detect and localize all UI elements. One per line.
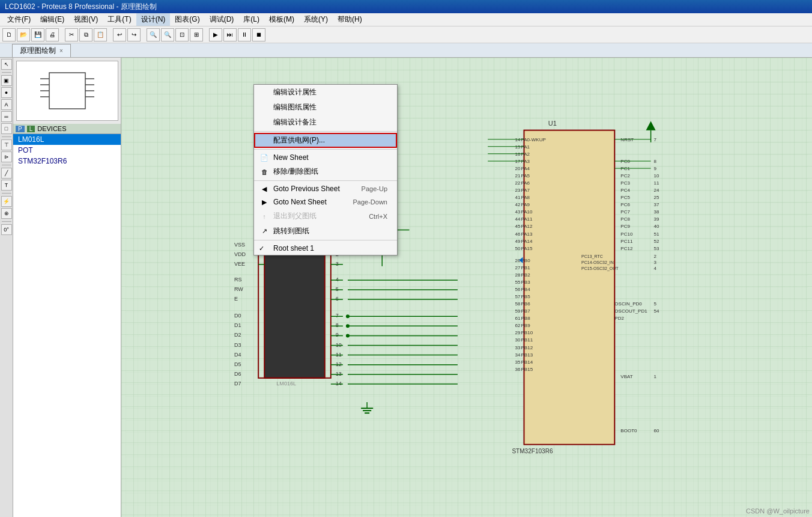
- menu-jump-to-sheet[interactable]: ↗ 跳转到图纸: [254, 224, 397, 239]
- tool-angle[interactable]: 0°: [1, 224, 12, 235]
- tb-print[interactable]: 🖨: [46, 28, 59, 41]
- tool-component[interactable]: ▣: [1, 75, 12, 86]
- menu-view[interactable]: 视图(V): [69, 13, 103, 26]
- menu-remove-sheet[interactable]: 🗑 移除/删除图纸: [254, 164, 397, 179]
- menu-debug[interactable]: 调试(D): [205, 13, 239, 26]
- title-text: LCD1602 - Proteus 8 Professional - 原理图绘制: [5, 2, 157, 12]
- svg-text:PC7: PC7: [620, 209, 630, 215]
- tab-close-button[interactable]: ×: [59, 47, 63, 54]
- tb-redo[interactable]: ↪: [127, 28, 141, 41]
- svg-text:D4: D4: [234, 352, 241, 358]
- svg-text:PA5: PA5: [521, 173, 530, 179]
- tool-line[interactable]: ╱: [1, 168, 12, 179]
- svg-text:PA4: PA4: [521, 166, 530, 171]
- menu-root-sheet-1[interactable]: ✓ Root sheet 1: [254, 242, 397, 255]
- component-stm32[interactable]: STM32F103R6: [13, 156, 121, 167]
- tool-terminal[interactable]: ⊤: [1, 139, 12, 150]
- svg-text:OSCOUT_PD1: OSCOUT_PD1: [614, 308, 647, 314]
- svg-text:55: 55: [515, 280, 520, 285]
- menu-edit-design-props[interactable]: 编辑设计属性: [254, 85, 397, 100]
- svg-text:PC1: PC1: [620, 166, 630, 171]
- svg-point-207: [346, 324, 350, 328]
- menu-file[interactable]: 文件(F): [2, 13, 35, 26]
- svg-text:PA10: PA10: [521, 209, 533, 215]
- component-pot[interactable]: POT: [13, 145, 121, 156]
- tb-open[interactable]: 📂: [17, 28, 30, 41]
- svg-text:5: 5: [336, 286, 339, 292]
- menu-goto-next-sheet[interactable]: ▶ Goto Next Sheet Page-Down: [254, 195, 397, 209]
- menu-help[interactable]: 帮助(H): [333, 13, 367, 26]
- jump-sheet-icon: ↗: [259, 227, 270, 235]
- tool-junction[interactable]: ●: [1, 87, 12, 98]
- svg-text:PA13: PA13: [521, 231, 533, 237]
- menu-goto-prev-sheet[interactable]: ◀ Goto Previous Sheet Page-Up: [254, 182, 397, 195]
- svg-text:14: 14: [515, 137, 520, 142]
- menu-tools[interactable]: 工具(T): [103, 13, 136, 26]
- svg-text:42: 42: [515, 202, 520, 207]
- menu-item-label: 配置供电网(P)...: [273, 135, 325, 145]
- menu-item-label: Goto Previous Sheet: [273, 185, 340, 193]
- tool-port[interactable]: ⊳: [1, 151, 12, 162]
- tool-tape[interactable]: ⊕: [1, 208, 12, 219]
- tb-pause[interactable]: ⏸: [238, 28, 251, 41]
- menu-configure-power-rails[interactable]: 配置供电网(P)...: [254, 133, 397, 148]
- svg-text:PA15: PA15: [521, 246, 533, 251]
- tb-paste[interactable]: 📋: [94, 28, 107, 41]
- menu-design[interactable]: 设计(N): [136, 13, 171, 26]
- svg-text:PA14: PA14: [521, 239, 533, 244]
- svg-text:PC3: PC3: [620, 180, 630, 186]
- p-badge: P: [16, 126, 25, 132]
- tool-select[interactable]: ↖: [1, 59, 12, 70]
- menu-system[interactable]: 系统(Y): [299, 13, 333, 26]
- design-dropdown-menu: 编辑设计属性 编辑图纸属性 编辑设计备注 配置供电网(P)... 📄 New S…: [253, 84, 398, 255]
- titlebar: LCD1602 - Proteus 8 Professional - 原理图绘制: [0, 0, 812, 13]
- tb-cut[interactable]: ✂: [65, 28, 78, 41]
- svg-text:25: 25: [654, 195, 659, 200]
- component-list-header: P L DEVICES: [13, 124, 121, 134]
- tab-schematic[interactable]: 原理图绘制 ×: [12, 44, 71, 57]
- svg-text:PB7: PB7: [521, 308, 530, 314]
- menu-edit-design-notes[interactable]: 编辑设计备注: [254, 115, 397, 130]
- svg-rect-9: [126, 58, 808, 517]
- menu-new-sheet[interactable]: 📄 New Sheet: [254, 151, 397, 164]
- tool-sub-circuit[interactable]: □: [1, 123, 12, 134]
- component-lm016l[interactable]: LM016L: [13, 134, 121, 145]
- schematic-canvas[interactable]: LCD1 VSS VDD VEE RS RW E D0 D1 D2 D3 D4 …: [121, 58, 812, 517]
- tool-bus[interactable]: ═: [1, 111, 12, 122]
- tb-step[interactable]: ⏭: [223, 28, 237, 41]
- tool-text[interactable]: T: [1, 180, 12, 191]
- svg-text:36: 36: [515, 367, 520, 372]
- svg-text:56: 56: [515, 287, 520, 292]
- svg-text:PC14-OSC32_IN: PC14-OSC32_IN: [581, 260, 614, 265]
- tb-zoom-all[interactable]: ⊡: [175, 28, 189, 41]
- tb-stop[interactable]: ⏹: [252, 28, 265, 41]
- svg-text:LM016L: LM016L: [276, 381, 296, 387]
- svg-text:PA8: PA8: [521, 195, 530, 200]
- svg-text:D3: D3: [234, 342, 241, 348]
- menu-exit-parent-sheet[interactable]: ↑ 退出到父图纸 Ctrl+X: [254, 209, 397, 224]
- svg-text:PC12: PC12: [620, 246, 633, 251]
- tb-copy[interactable]: ⧉: [79, 28, 92, 41]
- tb-zoom-out[interactable]: 🔍: [161, 28, 174, 41]
- tool-wire-label[interactable]: A: [1, 99, 12, 110]
- tb-new[interactable]: 🗋: [2, 28, 16, 41]
- menu-edit-sheet-props[interactable]: 编辑图纸属性: [254, 100, 397, 115]
- menu-edit[interactable]: 编辑(E): [35, 13, 69, 26]
- tb-undo[interactable]: ↩: [113, 28, 126, 41]
- tb-zoom-sel[interactable]: ⊞: [190, 28, 203, 41]
- tabbar: 原理图绘制 ×: [0, 43, 812, 58]
- menu-graph[interactable]: 图表(G): [170, 13, 204, 26]
- svg-text:54: 54: [654, 308, 659, 314]
- tb-save[interactable]: 💾: [31, 28, 44, 41]
- menu-library[interactable]: 库(L): [238, 13, 264, 26]
- menu-item-label: New Sheet: [273, 153, 309, 162]
- svg-text:PC2: PC2: [620, 173, 630, 179]
- svg-text:PB1: PB1: [521, 265, 530, 271]
- menu-separator-1: [254, 131, 397, 132]
- tool-probe[interactable]: ⚡: [1, 196, 12, 207]
- tb-zoom-in[interactable]: 🔍: [147, 28, 160, 41]
- menu-template[interactable]: 模板(M): [264, 13, 299, 26]
- svg-text:PA1: PA1: [521, 144, 530, 150]
- svg-text:49: 49: [515, 239, 520, 244]
- tb-run[interactable]: ▶: [209, 28, 222, 41]
